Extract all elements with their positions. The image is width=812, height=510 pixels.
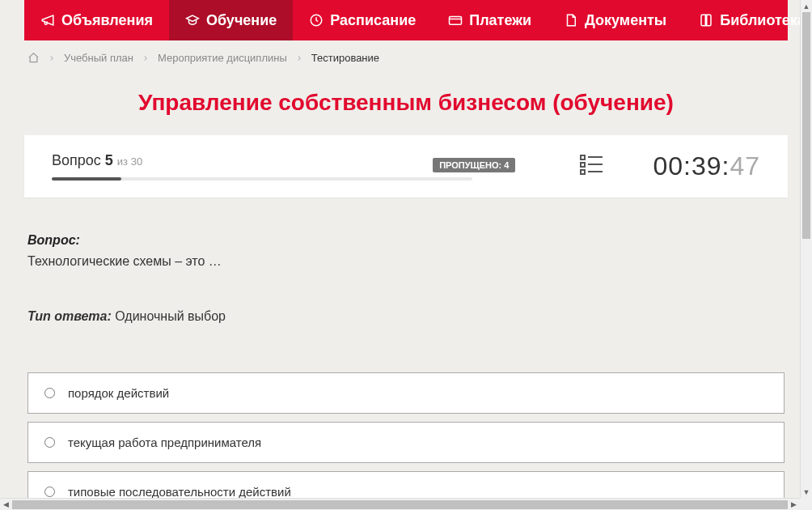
card-icon: [448, 13, 463, 28]
clock-icon: [309, 13, 324, 28]
nav-payments[interactable]: Платежи: [432, 0, 548, 40]
answer-radio[interactable]: [44, 487, 55, 497]
answer-option[interactable]: типовые последовательности действий: [27, 471, 785, 498]
nav-label: Библиотека: [720, 12, 806, 29]
nav-label: Платежи: [469, 12, 531, 29]
scroll-right-arrow[interactable]: ▶: [788, 499, 800, 510]
vertical-scrollbar[interactable]: ▲ ▼: [800, 0, 812, 498]
skipped-badge: ПРОПУЩЕНО: 4: [433, 158, 515, 172]
scroll-thumb[interactable]: [12, 500, 788, 509]
chevron-right-icon: [142, 54, 150, 62]
book-icon: [699, 13, 713, 28]
main-nav: Объявления Обучение Расписание Платежи: [24, 0, 788, 40]
scrollbar-corner: [800, 498, 812, 510]
answer-text: порядок действий: [68, 386, 169, 400]
svg-rect-1: [450, 17, 462, 25]
answer-type: Тип ответа: Одиночный выбор: [27, 309, 785, 324]
nav-announcements[interactable]: Объявления: [24, 0, 169, 40]
answer-radio[interactable]: [44, 388, 55, 398]
breadcrumb-current: Тестирование: [311, 52, 379, 64]
megaphone-icon: [40, 13, 55, 28]
nav-documents[interactable]: Документы: [548, 0, 683, 40]
answer-text: типовые последовательности действий: [68, 485, 291, 498]
home-icon[interactable]: [27, 52, 40, 64]
nav-education[interactable]: Обучение: [169, 0, 293, 40]
scroll-up-arrow[interactable]: ▲: [801, 0, 812, 12]
chevron-right-icon: [295, 54, 303, 62]
scroll-down-arrow[interactable]: ▼: [801, 486, 812, 498]
question-text: Технологические схемы – это …: [27, 254, 785, 269]
chevron-right-icon: [48, 54, 56, 62]
nav-library[interactable]: Библиотека: [683, 0, 812, 40]
breadcrumb-link[interactable]: Мероприятие дисциплины: [158, 52, 287, 64]
document-icon: [564, 13, 578, 28]
nav-label: Документы: [585, 12, 666, 29]
progress-bar: [52, 177, 472, 181]
svg-rect-6: [581, 170, 585, 174]
question-label: Вопрос:: [27, 233, 785, 248]
answer-option[interactable]: порядок действий: [27, 372, 785, 414]
svg-rect-2: [581, 155, 585, 159]
answer-text: текущая работа предпринимателя: [68, 436, 261, 449]
answers-list: порядок действий текущая работа предприн…: [27, 372, 785, 498]
horizontal-scrollbar[interactable]: ◀ ▶: [0, 498, 800, 510]
page-title: Управление собственным бизнесом (обучени…: [24, 90, 788, 116]
test-progress-panel: Вопрос 5 из 30 ПРОПУЩЕНО: 4: [24, 135, 788, 198]
question-list-icon[interactable]: [580, 154, 604, 180]
breadcrumb-link[interactable]: Учебный план: [64, 52, 133, 64]
nav-label: Расписание: [330, 12, 416, 29]
timer: 00:39:47: [653, 151, 760, 181]
graduation-icon: [185, 13, 200, 28]
answer-option[interactable]: текущая работа предпринимателя: [27, 422, 785, 463]
svg-rect-4: [581, 163, 585, 167]
scroll-left-arrow[interactable]: ◀: [0, 499, 12, 510]
nav-label: Объявления: [61, 12, 153, 29]
answer-radio[interactable]: [44, 437, 55, 448]
nav-label: Обучение: [206, 12, 277, 29]
nav-schedule[interactable]: Расписание: [293, 0, 432, 40]
scroll-thumb[interactable]: [802, 12, 810, 239]
breadcrumb: Учебный план Мероприятие дисциплины Тест…: [24, 40, 788, 75]
